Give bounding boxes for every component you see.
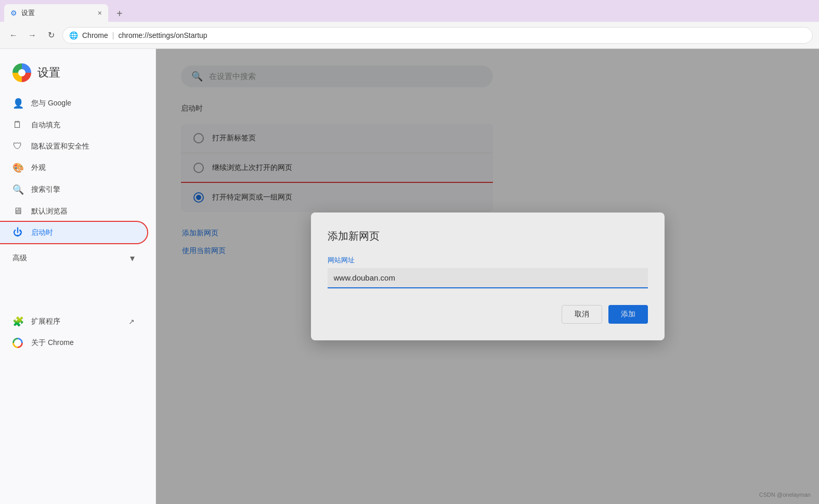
sidebar-item-default-browser-label: 默认浏览器 bbox=[31, 207, 68, 216]
sidebar-item-extensions[interactable]: 🧩 扩展程序 ↗ bbox=[0, 311, 147, 333]
sidebar-item-about-label: 关于 Chrome bbox=[31, 338, 74, 348]
main-layout: 设置 👤 您与 Google 🗒 自动填充 🛡 隐私设置和安全性 🎨 外观 🔍 … bbox=[0, 49, 819, 504]
sidebar: 设置 👤 您与 Google 🗒 自动填充 🛡 隐私设置和安全性 🎨 外观 🔍 … bbox=[0, 49, 156, 504]
sidebar-title: 设置 bbox=[37, 65, 60, 81]
sidebar-item-google-label: 您与 Google bbox=[31, 99, 71, 108]
dialog-url-label: 网站网址 bbox=[328, 256, 648, 265]
new-tab-button[interactable]: + bbox=[112, 6, 127, 22]
extensions-icon: 🧩 bbox=[12, 316, 23, 327]
dialog-actions: 取消 添加 bbox=[328, 305, 648, 324]
tab-settings-icon: ⚙ bbox=[10, 9, 17, 17]
tab-bar: ⚙ 设置 × + bbox=[0, 0, 819, 22]
back-button[interactable]: ← bbox=[6, 28, 21, 43]
address-bar[interactable]: 🌐 Chrome | chrome://settings/onStartup bbox=[62, 27, 813, 44]
sidebar-item-appearance[interactable]: 🎨 外观 bbox=[0, 157, 147, 179]
active-tab[interactable]: ⚙ 设置 × bbox=[4, 4, 108, 22]
chrome-logo-small bbox=[12, 338, 23, 348]
forward-button[interactable]: → bbox=[25, 28, 40, 43]
autofill-icon: 🗒 bbox=[12, 120, 23, 130]
sidebar-item-privacy[interactable]: 🛡 隐私设置和安全性 bbox=[0, 136, 147, 157]
address-site: Chrome bbox=[82, 31, 108, 39]
sidebar-item-default-browser[interactable]: 🖥 默认浏览器 bbox=[0, 201, 147, 222]
sidebar-item-autofill-label: 自动填充 bbox=[31, 121, 60, 130]
sidebar-item-startup[interactable]: ⏻ 启动时 bbox=[0, 222, 147, 243]
content-area: 🔍 在设置中搜索 启动时 打开新标签页 继续浏览上次打开的网页 bbox=[156, 49, 819, 504]
add-page-dialog: 添加新网页 网站网址 取消 添加 bbox=[311, 213, 665, 340]
browser-icon: 🖥 bbox=[12, 206, 23, 217]
chevron-down-icon: ▾ bbox=[130, 253, 135, 264]
sidebar-item-advanced[interactable]: 高级 ▾ bbox=[0, 247, 147, 269]
advanced-label: 高级 bbox=[12, 254, 27, 263]
palette-icon: 🎨 bbox=[12, 162, 23, 174]
sidebar-header: 设置 bbox=[0, 57, 155, 88]
person-icon: 👤 bbox=[12, 98, 23, 109]
dialog-input-container bbox=[328, 268, 648, 288]
modal-overlay: 添加新网页 网站网址 取消 添加 bbox=[156, 49, 819, 504]
external-link-icon: ↗ bbox=[128, 317, 135, 326]
address-separator: | bbox=[112, 31, 114, 39]
dialog-url-input[interactable] bbox=[328, 268, 648, 288]
tab-settings-title: 设置 bbox=[21, 8, 94, 18]
sidebar-item-search[interactable]: 🔍 搜索引擎 bbox=[0, 179, 147, 201]
sidebar-item-autofill[interactable]: 🗒 自动填充 bbox=[0, 114, 147, 136]
sidebar-item-privacy-label: 隐私设置和安全性 bbox=[31, 142, 89, 151]
address-icon: 🌐 bbox=[69, 31, 78, 39]
dialog-title: 添加新网页 bbox=[328, 229, 648, 243]
shield-icon: 🛡 bbox=[12, 141, 23, 152]
address-url: chrome://settings/onStartup bbox=[118, 31, 207, 39]
cancel-button[interactable]: 取消 bbox=[562, 305, 602, 324]
sidebar-item-startup-label: 启动时 bbox=[31, 228, 53, 237]
sidebar-item-appearance-label: 外观 bbox=[31, 163, 46, 173]
reload-button[interactable]: ↻ bbox=[44, 28, 58, 43]
chrome-logo bbox=[12, 63, 31, 82]
sidebar-item-about[interactable]: 关于 Chrome bbox=[0, 333, 147, 353]
navigation-bar: ← → ↻ 🌐 Chrome | chrome://settings/onSta… bbox=[0, 22, 819, 49]
browser-frame: ⚙ 设置 × + ← → ↻ 🌐 Chrome | chrome://setti… bbox=[0, 0, 819, 504]
add-button[interactable]: 添加 bbox=[608, 305, 648, 324]
sidebar-item-extensions-label: 扩展程序 bbox=[31, 317, 60, 326]
search-icon: 🔍 bbox=[12, 184, 23, 195]
tab-close-button[interactable]: × bbox=[98, 9, 102, 17]
startup-icon: ⏻ bbox=[12, 227, 23, 238]
sidebar-item-search-label: 搜索引擎 bbox=[31, 185, 60, 194]
sidebar-item-google[interactable]: 👤 您与 Google bbox=[0, 92, 147, 114]
